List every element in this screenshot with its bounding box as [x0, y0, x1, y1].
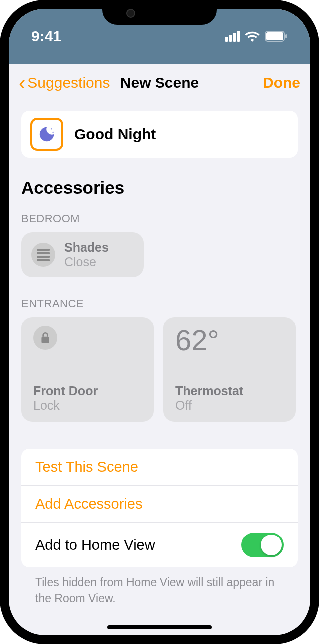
- add-to-home-view-toggle[interactable]: [241, 533, 284, 557]
- status-time: 9:41: [31, 28, 61, 45]
- scene-name-card[interactable]: Good Night: [21, 111, 298, 158]
- footer-hint: Tiles hidden from Home View will still a…: [21, 567, 298, 613]
- accessory-name: Front Door: [33, 384, 142, 398]
- navigation-bar: ‹ Suggestions New Scene Done: [9, 64, 310, 101]
- accessory-name: Shades: [64, 240, 109, 255]
- svg-rect-2: [285, 34, 287, 38]
- accessory-tile-front-door[interactable]: Front Door Lock: [21, 317, 154, 422]
- accessory-tile-shades[interactable]: Shades Close: [21, 232, 144, 277]
- back-button[interactable]: ‹ Suggestions: [19, 73, 110, 93]
- thermostat-temperature: 62°: [175, 326, 219, 355]
- room-label-entrance: ENTRANCE: [21, 297, 298, 310]
- done-button[interactable]: Done: [263, 74, 300, 91]
- test-scene-button[interactable]: Test This Scene: [21, 449, 298, 486]
- page-title: New Scene: [120, 74, 199, 91]
- accessory-tile-thermostat[interactable]: 62° Thermostat Off: [163, 317, 296, 422]
- add-to-home-view-label: Add to Home View: [35, 537, 155, 553]
- lock-icon: [33, 326, 57, 350]
- accessory-name: Thermostat: [175, 384, 284, 398]
- home-indicator[interactable]: [107, 625, 212, 629]
- moon-icon: [37, 125, 56, 144]
- add-accessories-button[interactable]: Add Accessories: [21, 486, 298, 523]
- accessory-status: Lock: [33, 398, 142, 413]
- accessories-heading: Accessories: [21, 178, 298, 198]
- accessory-status: Off: [175, 398, 284, 413]
- chevron-left-icon: ‹: [19, 73, 25, 93]
- svg-rect-1: [266, 32, 283, 40]
- wifi-icon: [245, 31, 260, 42]
- options-list: Test This Scene Add Accessories Add to H…: [21, 449, 298, 567]
- scene-name-label: Good Night: [74, 126, 156, 143]
- room-label-bedroom: BEDROOM: [21, 213, 298, 225]
- accessory-status: Close: [64, 255, 109, 269]
- shades-icon: [31, 243, 55, 267]
- battery-icon: [265, 31, 288, 42]
- svg-point-3: [51, 128, 52, 129]
- add-to-home-view-row: Add to Home View: [21, 523, 298, 567]
- cellular-signal-icon: [225, 31, 240, 42]
- scene-icon-button[interactable]: [30, 118, 63, 151]
- svg-rect-4: [41, 337, 49, 343]
- back-label: Suggestions: [27, 74, 110, 91]
